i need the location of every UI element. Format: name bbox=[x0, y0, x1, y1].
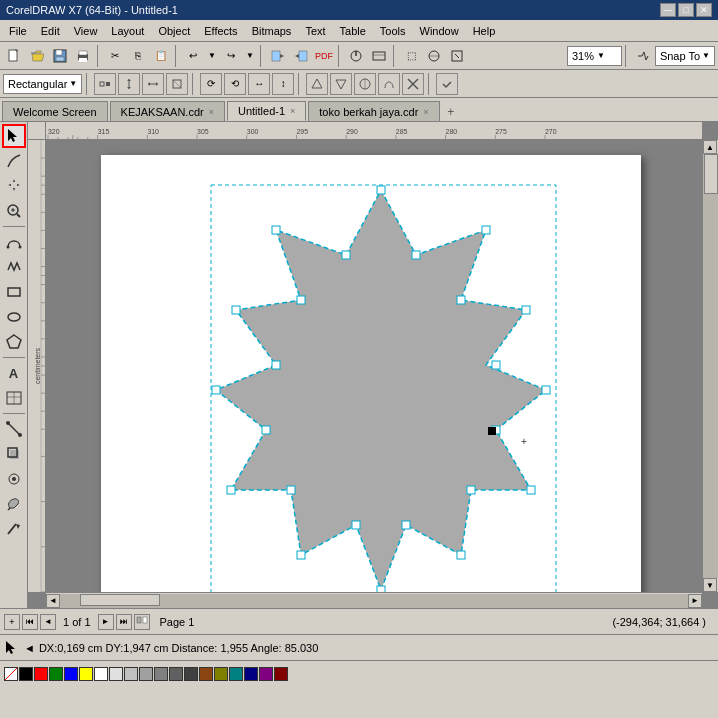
prop-btn-6[interactable]: ⟲ bbox=[224, 73, 246, 95]
tb-btn-misc4[interactable] bbox=[423, 45, 445, 67]
handle-inner-tlt[interactable] bbox=[272, 361, 280, 369]
tab-toko-close[interactable]: × bbox=[423, 107, 428, 117]
hscroll-track[interactable] bbox=[60, 594, 688, 608]
handle-bottom-left[interactable] bbox=[297, 551, 305, 559]
menu-file[interactable]: File bbox=[2, 21, 34, 41]
first-page-button[interactable]: ⏮ bbox=[22, 614, 38, 630]
handle-left-top[interactable] bbox=[232, 306, 240, 314]
color-red[interactable] bbox=[34, 667, 48, 681]
undo-dropdown[interactable]: ▼ bbox=[205, 45, 219, 67]
tool-ellipse[interactable] bbox=[2, 305, 26, 329]
handle-inner-tr[interactable] bbox=[412, 251, 420, 259]
tool-outline[interactable] bbox=[2, 517, 26, 541]
save-button[interactable] bbox=[49, 45, 71, 67]
handle-inner-rb[interactable] bbox=[492, 361, 500, 369]
close-button[interactable]: ✕ bbox=[696, 3, 712, 17]
import-button[interactable] bbox=[267, 45, 289, 67]
prop-btn-1[interactable] bbox=[94, 73, 116, 95]
handle-bottom-right[interactable] bbox=[457, 551, 465, 559]
prop-btn-2[interactable] bbox=[118, 73, 140, 95]
color-black[interactable] bbox=[19, 667, 33, 681]
maximize-button[interactable]: □ bbox=[678, 3, 694, 17]
prev-page-button[interactable]: ◄ bbox=[40, 614, 56, 630]
tool-connector[interactable] bbox=[2, 417, 26, 441]
tab-add-button[interactable]: + bbox=[442, 103, 460, 121]
menu-view[interactable]: View bbox=[67, 21, 105, 41]
handle-top[interactable] bbox=[377, 186, 385, 194]
prop-btn-12[interactable] bbox=[378, 73, 400, 95]
menu-tools[interactable]: Tools bbox=[373, 21, 413, 41]
menu-help[interactable]: Help bbox=[466, 21, 503, 41]
color-mid-gray[interactable] bbox=[124, 667, 138, 681]
handle-top-left[interactable] bbox=[272, 226, 280, 234]
last-page-button[interactable]: ⏭ bbox=[116, 614, 132, 630]
open-button[interactable] bbox=[26, 45, 48, 67]
color-light-gray[interactable] bbox=[109, 667, 123, 681]
prop-btn-9[interactable] bbox=[306, 73, 328, 95]
handle-top-right[interactable] bbox=[482, 226, 490, 234]
tb-btn-misc2[interactable] bbox=[368, 45, 390, 67]
tab-kejaksaan-close[interactable]: × bbox=[209, 107, 214, 117]
tab-untitled[interactable]: Untitled-1 × bbox=[227, 101, 306, 121]
vscroll-thumb[interactable] bbox=[704, 154, 718, 194]
tool-pick[interactable] bbox=[2, 124, 26, 148]
tb-btn-misc3[interactable]: ⬚ bbox=[400, 45, 422, 67]
color-blue[interactable] bbox=[64, 667, 78, 681]
add-page-button[interactable]: + bbox=[4, 614, 20, 630]
prop-btn-14[interactable] bbox=[436, 73, 458, 95]
tool-text[interactable]: A bbox=[2, 361, 26, 385]
tool-smart[interactable] bbox=[2, 255, 26, 279]
prop-btn-4[interactable] bbox=[166, 73, 188, 95]
tool-pan[interactable] bbox=[2, 174, 26, 198]
menu-effects[interactable]: Effects bbox=[197, 21, 244, 41]
paste-button[interactable]: 📋 bbox=[150, 45, 172, 67]
menu-bitmaps[interactable]: Bitmaps bbox=[245, 21, 299, 41]
tool-zoom[interactable] bbox=[2, 199, 26, 223]
menu-window[interactable]: Window bbox=[413, 21, 466, 41]
handle-inner-bl[interactable] bbox=[467, 486, 475, 494]
color-maroon[interactable] bbox=[274, 667, 288, 681]
snap-icon[interactable] bbox=[632, 45, 654, 67]
color-yellow[interactable] bbox=[79, 667, 93, 681]
handle-right-top[interactable] bbox=[522, 306, 530, 314]
tool-table[interactable] bbox=[2, 386, 26, 410]
tool-polygon[interactable] bbox=[2, 330, 26, 354]
handle-inner-t[interactable] bbox=[287, 486, 295, 494]
color-gray[interactable] bbox=[139, 667, 153, 681]
right-scrollbar[interactable]: ▲ ▼ bbox=[702, 140, 718, 592]
color-brown[interactable] bbox=[199, 667, 213, 681]
color-white[interactable] bbox=[94, 667, 108, 681]
prop-btn-13[interactable] bbox=[402, 73, 424, 95]
prop-btn-8[interactable]: ↕ bbox=[272, 73, 294, 95]
canvas-content[interactable]: + bbox=[46, 140, 702, 592]
scroll-left-button[interactable]: ◄ bbox=[46, 594, 60, 608]
export-button[interactable] bbox=[290, 45, 312, 67]
color-darker-gray[interactable] bbox=[169, 667, 183, 681]
color-olive[interactable] bbox=[214, 667, 228, 681]
vscroll-track[interactable] bbox=[703, 154, 718, 578]
tool-rectangle[interactable] bbox=[2, 280, 26, 304]
handle-right-bottom[interactable] bbox=[527, 486, 535, 494]
menu-layout[interactable]: Layout bbox=[104, 21, 151, 41]
star-shape[interactable]: + bbox=[131, 175, 631, 592]
redo-dropdown[interactable]: ▼ bbox=[243, 45, 257, 67]
canvas-area[interactable]: 320 315 310 305 300 295 290 285 280 275 bbox=[28, 122, 718, 608]
hscroll-thumb[interactable] bbox=[80, 594, 160, 606]
tb-btn-misc5[interactable] bbox=[446, 45, 468, 67]
cut-button[interactable]: ✂ bbox=[104, 45, 126, 67]
next-page-button[interactable]: ► bbox=[98, 614, 114, 630]
color-green[interactable] bbox=[49, 667, 63, 681]
prop-btn-11[interactable] bbox=[354, 73, 376, 95]
copy-button[interactable]: ⎘ bbox=[127, 45, 149, 67]
prop-btn-3[interactable] bbox=[142, 73, 164, 95]
undo-button[interactable]: ↩ bbox=[182, 45, 204, 67]
zoom-dropdown[interactable]: 31% ▼ bbox=[567, 46, 622, 66]
minimize-button[interactable]: — bbox=[660, 3, 676, 17]
page-settings-button[interactable] bbox=[134, 614, 150, 630]
shape-type-dropdown[interactable]: Rectangular ▼ bbox=[3, 74, 82, 94]
handle-inner-r[interactable] bbox=[457, 296, 465, 304]
bottom-scrollbar[interactable]: ◄ ► bbox=[46, 592, 702, 608]
color-dark-gray[interactable] bbox=[154, 667, 168, 681]
handle-left-bottom[interactable] bbox=[227, 486, 235, 494]
handle-inner-lt2[interactable] bbox=[297, 296, 305, 304]
